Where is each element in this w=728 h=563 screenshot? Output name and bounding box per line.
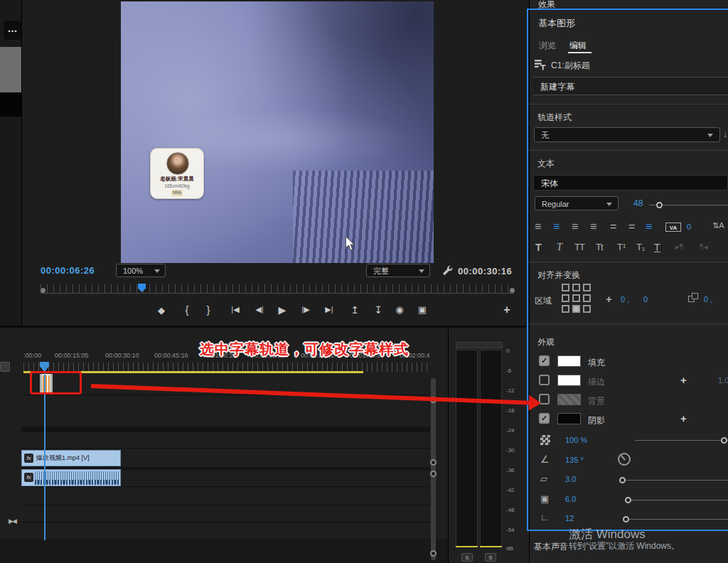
scrubber-left-dot[interactable] [41, 288, 46, 293]
meter-scale-label: -48 [506, 507, 515, 513]
pleated-skirt-region [293, 171, 434, 263]
add-marker-button[interactable]: ◆ [155, 305, 168, 316]
go-to-out-button[interactable]: ▶| [321, 305, 337, 314]
mark-in-button[interactable]: { [182, 304, 192, 316]
project-thumbnail[interactable] [0, 47, 21, 92]
monitor-scrubber[interactable] [41, 284, 514, 294]
chevron-down-icon [154, 269, 160, 273]
track-separator [21, 427, 430, 432]
comparison-view-button[interactable]: ▣ [416, 304, 429, 315]
meter-header [456, 342, 503, 348]
track-handle[interactable] [430, 459, 437, 466]
ruler-tick-label: 00:00:45:16 [154, 352, 188, 359]
meter-floor-right [480, 546, 502, 547]
video-clip[interactable]: fx 爆款视频1.mp4 [V] [21, 450, 121, 466]
export-frame-button[interactable]: ◉ [393, 304, 406, 315]
zoom-level-value: 100% [123, 267, 143, 275]
solo-button-right[interactable]: S [485, 553, 496, 562]
annotation-highlight-box [30, 371, 82, 395]
extract-button[interactable]: ↧ [372, 304, 385, 316]
track-handle[interactable] [430, 550, 437, 557]
zoom-level-select[interactable]: 100% [116, 264, 166, 277]
profile-name: 老板娘:宋晨晨 [151, 176, 203, 183]
meter-scale-label: dB [506, 545, 513, 552]
go-to-in-button[interactable]: |◀ [228, 305, 243, 314]
chevron-down-icon [419, 269, 424, 273]
ruler-tick-label: 00:00:15:05 [55, 352, 89, 359]
windows-watermark-line2: 转到“设置”以激活 Windows。 [569, 540, 680, 552]
ruler-tick-label: :00:00 [23, 352, 41, 359]
video-preview [121, 1, 434, 263]
project-thumbnail-dark [0, 92, 21, 117]
scrubber-right-dot[interactable] [510, 288, 515, 293]
meter-scale-label: -24 [506, 427, 515, 434]
track-separator [21, 486, 430, 487]
timeline-bottom-band [0, 539, 448, 563]
timeline-left-edge-button[interactable] [0, 362, 10, 372]
meter-scale-label: 0 [506, 348, 509, 354]
wrench-settings-icon[interactable] [441, 264, 454, 277]
meter-scale-label: -42 [506, 487, 515, 493]
avatar [166, 152, 189, 175]
meter-scale-label: -36 [506, 467, 515, 473]
monitor-add-button[interactable]: + [500, 304, 513, 316]
audio-waveform-lower [35, 480, 119, 485]
tab-essential-sound[interactable]: 基本声音 [534, 541, 568, 553]
meter-scale-label: -12 [506, 387, 515, 394]
more-options-button[interactable]: … [4, 21, 21, 40]
profile-size-badge: M码 [171, 190, 183, 196]
lift-button[interactable]: ↥ [348, 304, 361, 316]
track-separator [21, 448, 430, 449]
ruler-tick-label: 00:00:30:10 [105, 352, 139, 359]
meter-scale-label: -30 [506, 447, 515, 454]
audio-clip[interactable]: fx [21, 469, 121, 486]
premiere-app-window: … 老板娘:宋晨晨 165cm/60kg M码 00:00:06:26 100%… [0, 0, 728, 563]
fx-badge: fx [24, 473, 33, 482]
timeline-playhead-line[interactable] [44, 370, 46, 540]
timeline-scrollbar[interactable] [431, 378, 436, 560]
meter-scale-label: -6 [506, 368, 511, 374]
quality-value: 完整 [373, 267, 389, 275]
play-button[interactable]: ▶ [276, 304, 289, 316]
current-timecode[interactable]: 00:00:06:26 [41, 265, 95, 276]
solo-button-left[interactable]: S [461, 553, 473, 562]
meter-bar-left [456, 350, 478, 547]
step-back-button[interactable]: ◀| [252, 305, 267, 314]
mouse-cursor [345, 236, 355, 251]
track-separator [21, 505, 430, 505]
track-separator [21, 522, 430, 522]
track-handle[interactable] [430, 471, 437, 477]
playback-quality-select[interactable]: 完整 [366, 264, 430, 277]
meter-bar-right [480, 350, 502, 547]
snap-toggle-icon[interactable]: ▶◀ [9, 518, 16, 525]
total-timecode: 00:00:30:16 [458, 266, 512, 277]
profile-card-overlay: 老板娘:宋晨晨 165cm/60kg M码 [150, 148, 204, 199]
meter-scale-label: -54 [506, 527, 515, 533]
mark-out-button[interactable]: } [203, 304, 213, 316]
fx-badge: fx [24, 454, 33, 463]
meter-floor-left [456, 546, 478, 547]
step-forward-button[interactable]: |▶ [298, 305, 314, 314]
panel-focus-border [527, 9, 728, 531]
meter-scale-label: -18 [506, 407, 515, 414]
annotation-arrow-head [529, 395, 542, 412]
annotation-text: 选中字幕轨道，可修改字幕样式 [200, 340, 409, 359]
profile-stats: 165cm/60kg [151, 183, 203, 188]
